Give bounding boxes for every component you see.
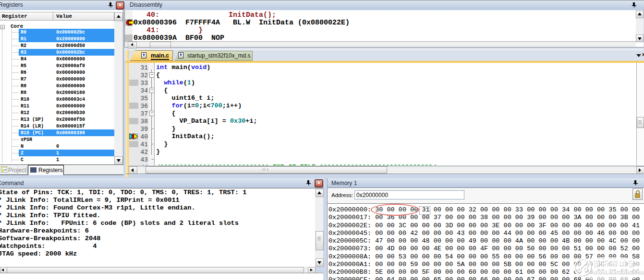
- svg-text:www.elecfans.com: www.elecfans.com: [592, 268, 644, 275]
